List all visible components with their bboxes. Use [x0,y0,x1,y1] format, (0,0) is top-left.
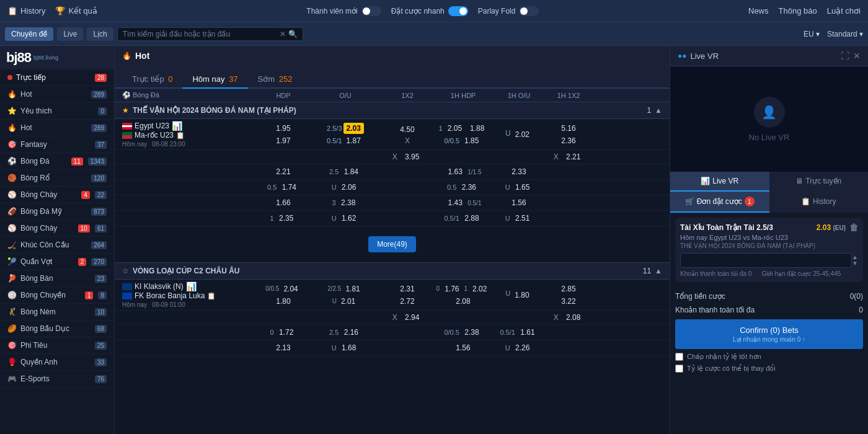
chart-stats-icon-2[interactable]: 📊 [186,281,197,291]
ou-val-2-top[interactable]: 1.81 [342,283,363,294]
sidebar-item-bong-nem[interactable]: 🤾 Bóng Ném 10 [0,304,114,321]
er3-1h-ou-v[interactable]: 1.56 [508,197,529,208]
tab-history[interactable]: 📋 History [769,192,869,213]
er4-hdp-val[interactable]: 2.35 [276,213,296,224]
parlay-fold-toggle[interactable] [519,6,539,16]
sidebar-item-bong-da-my[interactable]: 🏈 Bóng Đá Mỹ 873 [0,203,114,220]
sidebar-item-quan-vot[interactable]: 🎾 Quần Vợt 2 270 [0,254,114,270]
more-button-1[interactable]: More(49) [368,236,416,252]
sidebar-item-phi-tieu[interactable]: 🎯 Phi Tiêu 25 [0,337,114,354]
tab-som[interactable]: Sớm 252 [248,71,303,89]
er3-hdp-val[interactable]: 1.66 [273,197,293,208]
er2-ou-val[interactable]: 2.06 [339,182,359,193]
history-nav-item[interactable]: 📋 History [7,6,45,16]
ou-val-2-bot[interactable]: 2.01 [338,296,358,307]
expand-icon[interactable]: ⛶ [841,51,849,61]
tab-don-dat-cuoc[interactable]: 🛒 Đơn đặt cược 1 [670,192,769,213]
detail-icon-2[interactable]: 📋 [207,292,216,300]
sidebar-item-bong-bau-duc[interactable]: 🏉 Bóng Bầu Dục 68 [0,321,114,337]
er4-ou-val[interactable]: 1.62 [339,213,359,224]
er3-ou-val[interactable]: 2.38 [338,197,358,208]
sidebar-item-bong-chay1[interactable]: ⚾ Bóng Chày 4 22 [0,187,114,203]
news-link[interactable]: News [748,6,769,16]
sidebar-item-yeu-thich[interactable]: ⭐ Yêu thích 0 [0,103,114,120]
accept-better-odds-checkbox[interactable] [675,353,683,361]
ou-val-top[interactable]: 2.03 [343,123,364,134]
x12-1h-top[interactable]: 5.16 [558,123,578,134]
x12-1h-2-bot[interactable]: 3.22 [558,296,578,307]
er1-1h-hdp-v[interactable]: 1.63 [445,166,466,177]
sidebar-item-bong-chay2[interactable]: ⚾ Bóng Chày 10 61 [0,220,114,237]
x12-1-top[interactable]: 4.50 [397,124,417,135]
er4-1h-ou-v[interactable]: 2.51 [512,213,533,224]
section-collapse-icon[interactable]: ▲ [655,106,662,115]
search-input[interactable] [123,30,280,38]
delete-bet-icon[interactable]: 🗑 [849,223,858,232]
s2-er1-1h-val[interactable]: 2.38 [461,327,482,338]
s2-er2-1h-ou-val[interactable]: 2.26 [512,342,533,353]
hdp-val-1-bot[interactable]: 1.97 [273,135,293,146]
er1-ou-val[interactable]: 1.84 [341,166,361,177]
section2-collapse-icon[interactable]: ▲ [655,267,662,275]
sidebar-item-hot2[interactable]: 🔥 Hot 289 [0,120,114,136]
dat-cuoc-nhanh-toggle[interactable] [448,6,468,16]
section-star-icon[interactable]: ★ [122,106,129,115]
er2-hdp-val[interactable]: 1.74 [279,182,299,193]
s2-er1-hdp-val[interactable]: 1.72 [276,327,296,338]
hdp1h-val-bot[interactable]: 1.85 [461,135,482,146]
close-vr-icon[interactable]: ✕ [853,51,861,61]
tab-hom-nay[interactable]: Hôm nay 37 [182,71,247,89]
ou-val-bot[interactable]: 1.87 [343,135,364,146]
er2-1h-hdp-v[interactable]: 2.36 [459,182,479,193]
er1-hdp-val[interactable]: 2.21 [273,166,293,177]
hdp1h-val-top2[interactable]: 1.88 [467,123,487,134]
x2-x2-val[interactable]: 2.08 [563,312,583,323]
sidebar-item-khuc-con-cau[interactable]: 🏒 Khúc Côn Cầu 264 [0,237,114,254]
hdp-val-1-top[interactable]: 1.95 [273,123,293,134]
clear-search-icon[interactable]: ✕ [280,30,286,38]
ketqua-nav-item[interactable]: 🏆 Kết quả [55,6,97,16]
x12-2-bot[interactable]: 2.72 [397,296,417,307]
s2-er1-ou-val[interactable]: 2.16 [341,327,361,338]
er3-1h-hdp-v[interactable]: 1.43 [445,197,466,208]
bet-down-arrow[interactable]: ▼ [852,260,858,267]
er4-1h-hdp-v[interactable]: 2.88 [461,213,482,224]
x12-2-top[interactable]: 2.31 [397,283,417,294]
x-val[interactable]: 3.95 [402,151,422,162]
x2-x-val[interactable]: 2.94 [402,312,422,323]
odds-may-change-checkbox[interactable] [675,365,683,373]
s2-er2-val[interactable]: 2.13 [273,342,293,353]
chart-stats-icon[interactable]: 📊 [172,121,182,131]
section2-star-icon[interactable]: ☆ [122,267,129,275]
x2-val[interactable]: 2.21 [563,151,583,162]
s2-er2-ou-val[interactable]: 1.68 [339,342,359,353]
er2-1h-ou-v[interactable]: 1.65 [512,182,533,193]
sidebar-item-bong-da[interactable]: ⚽ Bóng Đá 11 1343 [0,153,114,170]
hdp1h-2-top-v2[interactable]: 2.02 [469,283,490,294]
detail-icon[interactable]: 📋 [176,131,185,140]
s2-er2-1h-val[interactable]: 1.56 [453,342,473,353]
sidebar-item-bong-chuyen[interactable]: 🏐 Bóng Chuyền 1 8 [0,287,114,304]
tab-lich[interactable]: Lịch [87,27,113,41]
tab-live[interactable]: Live [57,27,83,41]
sidebar-item-quyen-anh[interactable]: 🥊 Quyền Anh 33 [0,354,114,371]
sidebar-item-esports[interactable]: 🎮 E-Sports 76 [0,371,114,388]
ou1h-2-val[interactable]: 1.80 [512,290,532,301]
tab-truc-tuyen[interactable]: 🖥 Trực tuyến [769,172,869,192]
hdp-val-2-bot[interactable]: 1.80 [273,296,293,307]
sidebar-item-fantasy[interactable]: 🎯 Fantasy 37 [0,136,114,153]
confirm-bets-button[interactable]: Confirm (0) Bets Lợi nhuận mong muốn 0 ↑ [675,319,863,349]
thanh-vien-toggle[interactable] [361,6,381,16]
tab-chuyen-de[interactable]: Chuyên đề [5,27,53,41]
x12-1h-2-top[interactable]: 2.85 [558,283,578,294]
sidebar-item-hot-fire[interactable]: 🔥 Hot 289 [0,86,114,103]
tab-truc-tiep[interactable]: Trực tiếp 0 [122,71,182,89]
hdp-val-2-top[interactable]: 2.04 [280,283,301,294]
hdp1h-2-bot-v[interactable]: 2.08 [453,296,473,307]
search-icon[interactable]: 🔍 [288,30,298,38]
sidebar-item-bong-ban[interactable]: 🏓 Bóng Bàn 23 [0,270,114,287]
bet-amount-input[interactable] [680,253,852,268]
sidebar-item-live[interactable]: Trực tiếp 28 [0,69,114,86]
ou1h-val-top[interactable]: 2.02 [512,129,533,140]
thong-bao-link[interactable]: Thông báo [779,6,817,16]
